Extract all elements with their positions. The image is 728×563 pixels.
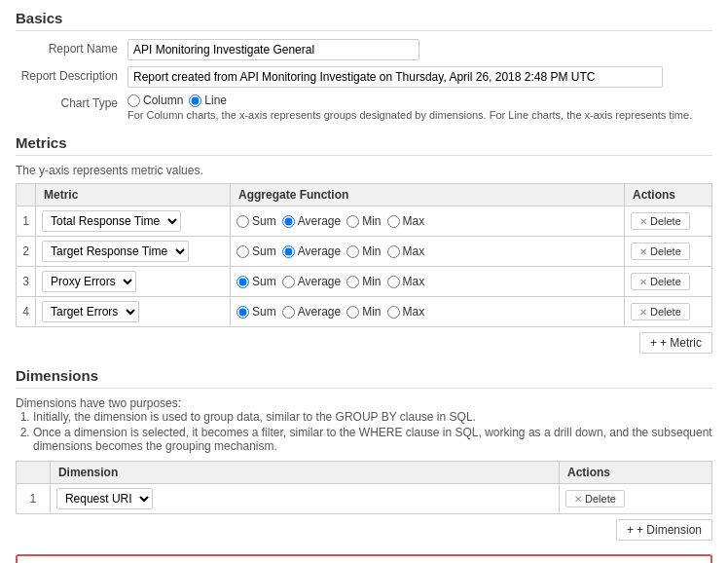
agg-sum-radio[interactable] <box>237 215 249 228</box>
x-dim-icon: ✕ <box>574 494 582 505</box>
metrics-metric-header: Metric <box>36 184 231 206</box>
agg-sum-option[interactable]: Sum <box>237 214 276 228</box>
agg-min-option[interactable]: Min <box>346 244 381 258</box>
chart-type-row: Chart Type Column Line For Column charts… <box>16 94 712 121</box>
report-name-row: Report Name <box>16 39 712 60</box>
agg-min-radio[interactable] <box>346 276 359 288</box>
report-name-field <box>127 39 712 60</box>
delete-metric-button[interactable]: ✕ Delete <box>631 243 690 260</box>
agg-sum-option[interactable]: Sum <box>237 305 276 319</box>
basics-title: Basics <box>16 10 712 31</box>
agg-max-option[interactable]: Max <box>387 244 425 258</box>
x-icon: ✕ <box>639 307 647 318</box>
dim-actions-cell: ✕ Delete <box>560 484 712 514</box>
add-dimension-button[interactable]: + + Dimension <box>616 519 712 541</box>
agg-max-radio[interactable] <box>387 306 400 319</box>
dimensions-row: 1 Request URI ✕ Delete <box>17 484 712 514</box>
chart-line-radio[interactable] <box>189 94 201 107</box>
agg-max-radio[interactable] <box>387 276 400 288</box>
agg-average-option[interactable]: Average <box>282 244 341 258</box>
actions-cell: ✕ Delete <box>625 267 712 297</box>
agg-min-radio[interactable] <box>346 215 359 228</box>
delete-label: Delete <box>650 245 681 257</box>
delete-dimension-button[interactable]: ✕ Delete <box>565 490 625 507</box>
agg-sum-radio[interactable] <box>237 276 249 288</box>
x-icon: ✕ <box>639 216 647 227</box>
metrics-table: Metric Aggregate Function Actions 1 Tota… <box>16 183 712 327</box>
row-num: 1 <box>17 206 36 237</box>
delete-metric-button[interactable]: ✕ Delete <box>631 303 690 320</box>
agg-min-radio[interactable] <box>346 306 359 319</box>
delete-label: Delete <box>650 215 681 227</box>
add-metric-button[interactable]: + + Metric <box>639 332 712 354</box>
dimensions-title: Dimensions <box>16 367 712 389</box>
agg-average-radio[interactable] <box>282 306 295 319</box>
agg-max-radio[interactable] <box>387 245 400 258</box>
row-num: 2 <box>17 237 36 267</box>
metric-select[interactable]: Target Errors <box>42 301 139 322</box>
agg-max-option[interactable]: Max <box>387 214 425 228</box>
actions-cell: ✕ Delete <box>625 206 712 237</box>
report-name-input[interactable] <box>127 39 419 60</box>
metric-cell: Target Errors <box>36 297 231 327</box>
agg-min-option[interactable]: Min <box>346 275 381 288</box>
agg-sum-option[interactable]: Sum <box>237 275 276 288</box>
agg-average-radio[interactable] <box>282 245 295 258</box>
row-num: 1 <box>17 484 51 514</box>
report-desc-row: Report Description <box>16 66 712 88</box>
plus-dim-icon: + <box>627 523 634 537</box>
agg-cell: Sum Average Min Max <box>231 237 625 267</box>
agg-average-option[interactable]: Average <box>282 305 341 319</box>
metrics-actions-header: Actions <box>625 184 712 206</box>
metrics-section: Metrics The y-axis represents metric val… <box>16 134 712 354</box>
agg-cell: Sum Average Min Max <box>231 206 625 237</box>
agg-max-option[interactable]: Max <box>387 275 425 288</box>
metric-select[interactable]: Proxy Errors <box>42 271 136 292</box>
metrics-num-header <box>17 184 36 206</box>
add-dimension-row: + + Dimension <box>16 519 712 541</box>
row-num: 4 <box>17 297 36 327</box>
chart-line-option[interactable]: Line <box>189 94 227 107</box>
agg-cell: Sum Average Min Max <box>231 297 625 327</box>
chart-column-radio[interactable] <box>127 94 140 107</box>
dimensions-hints: Dimensions have two purposes: Initially,… <box>16 396 712 453</box>
agg-max-radio[interactable] <box>387 215 400 228</box>
metrics-row: 3 Proxy Errors Sum Average Min <box>17 267 712 297</box>
chart-column-option[interactable]: Column <box>127 94 183 107</box>
dim-hint-1: Initially, the dimension is used to grou… <box>33 410 712 424</box>
report-desc-label: Report Description <box>16 66 127 83</box>
agg-average-option[interactable]: Average <box>282 275 341 288</box>
plus-icon: + <box>650 336 657 350</box>
agg-average-radio[interactable] <box>282 276 295 288</box>
agg-average-radio[interactable] <box>282 215 295 228</box>
agg-min-option[interactable]: Min <box>346 214 381 228</box>
filter-section: Filter Basic Advanced Filter String <box>16 554 712 563</box>
delete-label: Delete <box>650 306 681 318</box>
chart-type-field: Column Line For Column charts, the x-axi… <box>127 94 712 121</box>
agg-min-radio[interactable] <box>346 245 359 258</box>
dim-num-header <box>17 462 51 484</box>
delete-metric-button[interactable]: ✕ Delete <box>631 273 690 290</box>
agg-sum-radio[interactable] <box>237 306 249 319</box>
agg-sum-radio[interactable] <box>237 245 249 258</box>
agg-min-option[interactable]: Min <box>346 305 381 319</box>
metric-select[interactable]: Total Response Time <box>42 210 181 232</box>
x-icon: ✕ <box>639 246 647 257</box>
report-desc-input[interactable] <box>127 66 663 88</box>
delete-metric-button[interactable]: ✕ Delete <box>631 212 690 230</box>
metrics-row: 1 Total Response Time Sum Average Min <box>17 206 712 237</box>
chart-type-label: Chart Type <box>16 94 127 110</box>
row-num: 3 <box>17 267 36 297</box>
metrics-row: 2 Target Response Time Sum Average Min <box>17 237 712 267</box>
dim-dimension-header: Dimension <box>50 462 559 484</box>
delete-dim-label: Delete <box>585 493 616 505</box>
dimension-cell: Request URI <box>50 484 559 514</box>
metric-cell: Target Response Time <box>36 237 231 267</box>
agg-average-option[interactable]: Average <box>282 214 341 228</box>
dimension-select[interactable]: Request URI <box>56 488 153 509</box>
x-icon: ✕ <box>639 277 647 287</box>
agg-max-option[interactable]: Max <box>387 305 425 319</box>
metric-select[interactable]: Target Response Time <box>42 241 189 262</box>
dimensions-section: Dimensions Dimensions have two purposes:… <box>16 367 712 541</box>
agg-sum-option[interactable]: Sum <box>237 244 276 258</box>
